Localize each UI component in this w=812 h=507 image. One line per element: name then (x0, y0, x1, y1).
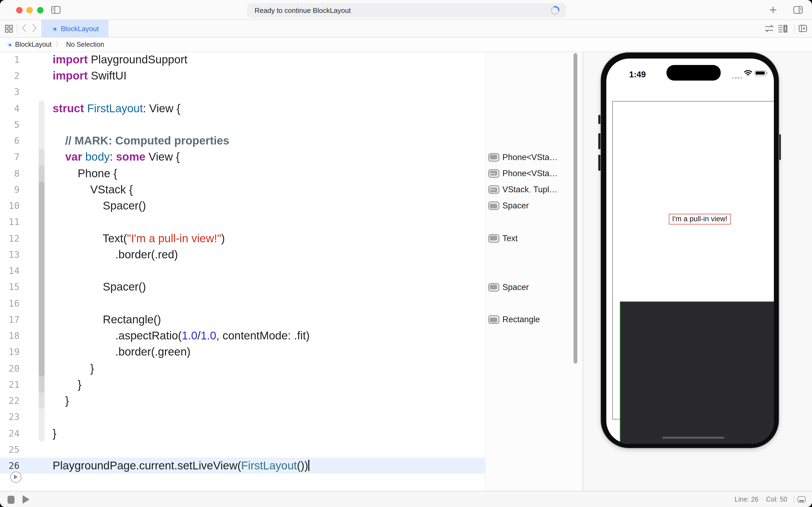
toggle-right-sidebar-icon[interactable] (793, 6, 803, 14)
line-number[interactable]: 23 (0, 409, 19, 426)
code-line[interactable]: 21 } (0, 377, 485, 393)
add-editor-icon[interactable] (799, 25, 807, 32)
annotation-row[interactable]: Spacer (485, 279, 529, 295)
line-number[interactable]: 14 (0, 263, 19, 279)
zoom-window-button[interactable] (37, 7, 43, 13)
code-text: .aspectRatio(1.0/1.0, contentMode: .fit) (53, 328, 309, 344)
line-number[interactable]: 13 (0, 246, 19, 263)
code-line[interactable]: 25 (0, 442, 485, 458)
line-number[interactable]: 8 (0, 165, 19, 181)
code-line[interactable]: 6 // MARK: Computed properties (0, 133, 485, 149)
line-number[interactable]: 12 (0, 230, 19, 246)
code-line[interactable]: 12 Text("I'm a pull-in view!") (0, 230, 485, 246)
tab-blocklayout[interactable]: BlockLayout (41, 20, 108, 38)
line-number[interactable]: 6 (0, 133, 19, 149)
result-block-icon[interactable] (488, 202, 499, 210)
pull-in-text: I'm a pull-in view! (669, 214, 731, 224)
code-line[interactable]: 7 var body: some View { (0, 149, 485, 165)
code-line[interactable]: 26PlaygroundPage.current.setLiveView(Fir… (0, 458, 485, 474)
code-line[interactable]: 20 } (0, 360, 485, 377)
line-number[interactable]: 11 (0, 214, 19, 230)
code-line[interactable]: 3 (0, 84, 485, 101)
line-number[interactable]: 5 (0, 117, 19, 133)
code-line[interactable]: 19 .border(.green) (0, 344, 485, 360)
code-line[interactable]: 17 Rectangle() (0, 312, 485, 328)
line-number[interactable]: 25 (0, 442, 19, 458)
code-editor[interactable]: 1import PlaygroundSupport2import SwiftUI… (0, 52, 485, 491)
line-number[interactable]: 15 (0, 279, 19, 295)
editor-scrollbar[interactable] (574, 53, 577, 363)
code-line[interactable]: 22 } (0, 393, 485, 409)
toggle-bottom-panel-icon[interactable] (798, 496, 806, 503)
code-line[interactable]: 24} (0, 425, 485, 442)
line-number[interactable]: 18 (0, 328, 19, 344)
line-number[interactable]: 17 (0, 312, 19, 328)
wifi-icon (744, 69, 752, 76)
code-text: Phone { (53, 165, 117, 181)
annotation-row[interactable]: Rectangle (485, 312, 540, 328)
run-line-button[interactable] (10, 471, 21, 483)
annotation-row[interactable]: Phone<VSta… (485, 165, 558, 181)
line-number[interactable]: 10 (0, 198, 19, 214)
annotation-row[interactable]: Text (485, 230, 518, 246)
code-line[interactable]: 14 (0, 263, 485, 279)
stop-button[interactable] (7, 496, 14, 504)
editor-layout-icon[interactable] (778, 24, 787, 33)
go-back-icon[interactable] (21, 23, 27, 33)
code-text: } (53, 377, 81, 393)
code-line[interactable]: 23 (0, 409, 485, 426)
result-block-icon[interactable] (488, 315, 499, 324)
run-button[interactable] (22, 495, 30, 504)
code-text: Spacer() (53, 198, 146, 214)
result-dots-icon[interactable] (488, 185, 499, 194)
breadcrumb-file[interactable]: BlockLayout (15, 41, 52, 48)
code-line[interactable]: 5 (0, 117, 485, 133)
tab-overview-icon[interactable] (5, 25, 13, 33)
battery-icon (755, 70, 766, 76)
line-number[interactable]: 7 (0, 149, 19, 165)
code-line[interactable]: 4struct FirstLayout: View { (0, 100, 485, 117)
code-line[interactable]: 9 VStack { (0, 181, 485, 198)
line-number[interactable]: 4 (0, 100, 19, 117)
result-block-icon[interactable] (488, 234, 499, 243)
code-line[interactable]: 1import PlaygroundSupport (0, 52, 485, 68)
code-line[interactable]: 10 Spacer() (0, 198, 485, 214)
code-line[interactable]: 13 .border(.red) (0, 246, 485, 263)
result-block-icon[interactable] (488, 283, 499, 291)
breadcrumb-selection[interactable]: No Selection (66, 41, 104, 48)
annotation-label: Rectangle (503, 315, 540, 324)
cursor-position: Line: 26 Col: 50 (735, 492, 787, 507)
line-number[interactable]: 9 (0, 181, 19, 198)
annotation-row[interactable]: Phone<VSta… (485, 149, 558, 165)
line-number[interactable]: 3 (0, 84, 19, 101)
line-number[interactable]: 16 (0, 295, 19, 312)
code-line[interactable]: 8 Phone { (0, 165, 485, 181)
go-forward-icon[interactable] (32, 23, 37, 33)
code-line[interactable]: 16 (0, 295, 485, 312)
line-number[interactable]: 2 (0, 68, 19, 84)
swap-editor-icon[interactable] (765, 24, 774, 33)
toggle-left-sidebar-icon[interactable] (51, 6, 61, 14)
close-window-button[interactable] (16, 7, 22, 13)
code-line[interactable]: 2import SwiftUI (0, 68, 485, 84)
line-number[interactable]: 1 (0, 52, 19, 68)
annotation-label: Spacer (503, 282, 529, 292)
code-line[interactable]: 15 Spacer() (0, 279, 485, 295)
main-content: 1import PlaygroundSupport2import SwiftUI… (0, 52, 812, 491)
minimize-window-button[interactable] (26, 7, 33, 13)
add-icon[interactable] (769, 6, 777, 14)
line-number[interactable]: 24 (0, 425, 19, 442)
line-number[interactable]: 21 (0, 377, 19, 393)
code-line[interactable]: 18 .aspectRatio(1.0/1.0, contentMode: .f… (0, 328, 485, 344)
line-number[interactable]: 22 (0, 393, 19, 409)
result-block-icon[interactable] (488, 153, 499, 161)
code-line[interactable]: 11 (0, 214, 485, 230)
annotation-row[interactable]: Spacer (485, 198, 529, 214)
line-number[interactable]: 20 (0, 360, 19, 377)
result-dots-icon[interactable] (488, 169, 499, 178)
line-number[interactable]: 19 (0, 344, 19, 360)
code-text: var body: some View { (53, 149, 180, 165)
annotation-row[interactable]: VStack, Tupl… (485, 181, 558, 198)
code-text: Spacer() (53, 279, 146, 295)
home-indicator (662, 436, 724, 439)
